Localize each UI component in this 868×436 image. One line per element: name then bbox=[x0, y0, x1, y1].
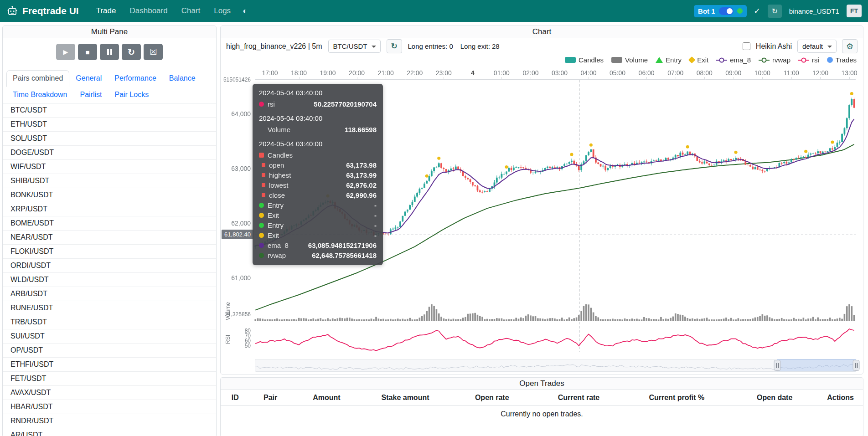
control-icon bbox=[63, 48, 68, 56]
nav-item[interactable]: Dashboard bbox=[129, 6, 167, 15]
tooltip-series-value: 62,648.75785661418 bbox=[312, 251, 377, 259]
theme-toggle-icon[interactable] bbox=[243, 6, 248, 16]
tooltip-series-label: highest bbox=[269, 171, 291, 179]
legend-item[interactable]: ema_8 bbox=[716, 56, 751, 64]
pair-row[interactable]: WIF/USDT bbox=[3, 160, 216, 174]
pair-row[interactable]: HBAR/USDT bbox=[3, 400, 216, 414]
legend-item[interactable]: rvwap bbox=[759, 56, 790, 64]
bot-selector[interactable]: Bot 1 bbox=[694, 5, 747, 17]
pair-row[interactable]: XRP/USDT bbox=[3, 202, 216, 216]
legend-item[interactable]: rsi bbox=[798, 56, 819, 64]
column-header: Pair bbox=[249, 390, 291, 406]
legend-item[interactable]: Exit bbox=[689, 56, 708, 64]
tooltip-row: Volume118.66598 bbox=[259, 124, 377, 134]
legend-label: Candles bbox=[579, 56, 604, 64]
pair-row[interactable]: ETHFI/USDT bbox=[3, 358, 216, 372]
control-button[interactable] bbox=[56, 44, 75, 60]
pair-row[interactable]: ARB/USDT bbox=[3, 287, 216, 301]
refresh-chart-button[interactable] bbox=[387, 39, 402, 53]
tooltip-row: highest63,173.99 bbox=[259, 170, 377, 180]
chart-panel: Chart high_frog_binance_v226 | 5m BTC/US… bbox=[220, 26, 863, 374]
main-nav: TradeDashboardChartLogs bbox=[96, 6, 231, 15]
pair-row[interactable]: SHIB/USDT bbox=[3, 174, 216, 188]
x-axis-label: 23:00 bbox=[436, 69, 452, 77]
pair-row[interactable]: RUNE/USDT bbox=[3, 301, 216, 315]
control-button[interactable] bbox=[78, 44, 97, 60]
brand[interactable]: Freqtrade UI bbox=[6, 5, 79, 17]
heikin-ashi-checkbox[interactable] bbox=[743, 42, 750, 50]
nav-item[interactable]: Chart bbox=[181, 6, 201, 15]
tab[interactable]: General bbox=[69, 70, 108, 87]
column-header: Stake amount bbox=[362, 390, 449, 406]
control-button[interactable] bbox=[144, 44, 163, 60]
pair-row[interactable]: BONK/USDT bbox=[3, 188, 216, 202]
strategy-label: high_frog_binance_v226 | 5m bbox=[226, 42, 322, 51]
bot-toggle[interactable] bbox=[719, 7, 734, 15]
plot-config-select[interactable]: default bbox=[797, 40, 837, 53]
plot-settings-button[interactable] bbox=[842, 39, 858, 53]
navigator-handle-right[interactable] bbox=[853, 360, 860, 371]
control-button[interactable] bbox=[100, 44, 119, 60]
pair-row[interactable]: FLOKI/USDT bbox=[3, 245, 216, 259]
pair-row[interactable]: NEAR/USDT bbox=[3, 231, 216, 245]
nav-item[interactable]: Logs bbox=[214, 6, 231, 15]
tab[interactable]: Pairs combined bbox=[6, 70, 69, 87]
multi-pane-tabs: Pairs combinedGeneralPerformanceBalanceT… bbox=[3, 70, 216, 103]
volume-axis-top-label: 515051426 bbox=[221, 76, 253, 84]
series-marker-icon bbox=[262, 193, 265, 197]
chart-area: Candles Volume Entry Exit bbox=[221, 55, 863, 374]
legend-item[interactable]: Candles bbox=[565, 56, 604, 64]
tooltip-series-value: - bbox=[374, 201, 377, 209]
tooltip-series-label: rsi bbox=[268, 100, 275, 108]
tooltip-series-label: Entry bbox=[268, 201, 284, 209]
pair-row[interactable]: AR/USDT bbox=[3, 428, 216, 436]
pair-row[interactable]: SOL/USDT bbox=[3, 132, 216, 146]
tooltip-row: Entry- bbox=[259, 200, 377, 210]
legend-swatch-icon bbox=[688, 56, 696, 64]
x-axis-label: 17:00 bbox=[262, 69, 278, 77]
pair-row[interactable]: AVAX/USDT bbox=[3, 386, 216, 400]
navigator-handle-left[interactable] bbox=[774, 360, 781, 371]
price-tick-label: 62,000 bbox=[221, 220, 253, 227]
pair-row[interactable]: FET/USDT bbox=[3, 372, 216, 386]
pair-row[interactable]: BTC/USDT bbox=[3, 103, 216, 118]
control-button[interactable] bbox=[122, 44, 141, 60]
column-header: Open date bbox=[731, 390, 818, 406]
tooltip-series-value: 62,976.02 bbox=[346, 181, 377, 189]
pair-row[interactable]: OP/USDT bbox=[3, 344, 216, 358]
pair-select[interactable]: BTC/USDT bbox=[328, 40, 381, 53]
pair-row[interactable]: DOGE/USDT bbox=[3, 146, 216, 160]
tooltip-series-value: - bbox=[374, 221, 377, 229]
pair-row[interactable]: BOME/USDT bbox=[3, 216, 216, 231]
x-axis-label: 06:00 bbox=[639, 69, 655, 77]
avatar[interactable]: FT bbox=[847, 5, 862, 17]
tab[interactable]: Performance bbox=[108, 70, 163, 87]
pair-row[interactable]: WLD/USDT bbox=[3, 273, 216, 287]
tab[interactable]: Pairlist bbox=[73, 87, 108, 103]
pair-row[interactable]: RNDR/USDT bbox=[3, 414, 216, 428]
tab[interactable]: Pair Locks bbox=[108, 87, 155, 103]
tooltip-series-label: open bbox=[269, 161, 284, 169]
pair-row[interactable]: SUI/USDT bbox=[3, 329, 216, 344]
multi-pane-header: Multi Pane bbox=[3, 26, 216, 38]
pair-row[interactable]: TRB/USDT bbox=[3, 315, 216, 329]
tooltip-series-label: ema_8 bbox=[268, 241, 289, 249]
tooltip-section: 2024-05-04 03:40:00rsi50.22577020190704 bbox=[259, 89, 377, 109]
signal-stats: Long entries: 0 Long exit: 28 bbox=[408, 42, 500, 50]
tab[interactable]: Balance bbox=[163, 70, 202, 87]
robot-logo-icon bbox=[6, 5, 18, 17]
chart-tooltip: 2024-05-04 03:40:00rsi50.225770201907042… bbox=[253, 84, 383, 265]
chart-zoom-navigator[interactable] bbox=[255, 359, 857, 372]
empty-state-text: Currently no open trades. bbox=[221, 406, 863, 423]
legend-item[interactable]: Trades bbox=[827, 56, 857, 64]
pair-row[interactable]: ORDI/USDT bbox=[3, 259, 216, 273]
nav-item[interactable]: Trade bbox=[96, 6, 116, 15]
multi-pane-panel: Multi Pane Pairs combinedGeneralPerf bbox=[2, 26, 217, 436]
pair-row[interactable]: ETH/USDT bbox=[3, 118, 216, 132]
legend-item[interactable]: Entry bbox=[656, 56, 682, 64]
reload-bot-button[interactable] bbox=[768, 5, 782, 18]
legend-item[interactable]: Volume bbox=[611, 56, 648, 64]
tooltip-row: rvwap62,648.75785661418 bbox=[259, 250, 377, 260]
navigator-window[interactable] bbox=[777, 359, 856, 371]
tab[interactable]: Time Breakdown bbox=[6, 87, 73, 103]
